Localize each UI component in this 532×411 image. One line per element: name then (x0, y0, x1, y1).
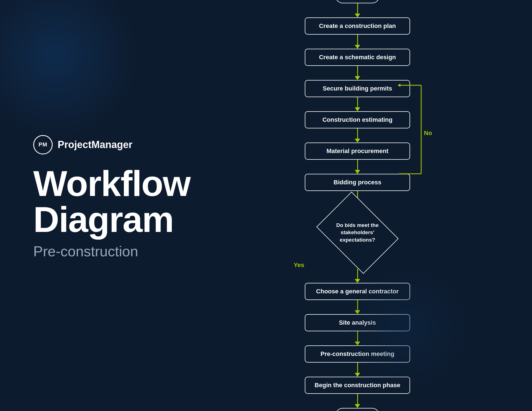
node-step2: Create a schematic design (305, 49, 410, 66)
arrow-6 (355, 160, 360, 174)
arrow-3 (355, 66, 360, 80)
pm-logo: PM (33, 135, 53, 154)
feedback-arrow-svg: No (399, 80, 435, 199)
node-step6: Bidding process (305, 174, 410, 191)
arrow-4 (355, 97, 360, 111)
title-line1: Workflow (33, 163, 190, 204)
label-yes: Yes (294, 262, 304, 269)
arrow-8 (355, 300, 360, 314)
arrow-yes (355, 269, 360, 283)
decision-text: Do bids meet the stakeholders' expectati… (331, 222, 384, 244)
node-step9: Pre-construction meeting (305, 345, 410, 363)
pm-logo-initials: PM (39, 141, 47, 148)
node-step5: Material procurement (305, 143, 410, 160)
brand-name: ProjectManager (58, 139, 132, 151)
svg-text:No: No (424, 130, 432, 136)
page-container: PM ProjectManager Workflow Diagram Pre-c… (0, 0, 532, 411)
arrow-11 (355, 394, 360, 408)
arrow-9 (355, 331, 360, 345)
arrow-5 (355, 128, 360, 143)
brand-row: PM ProjectManager (33, 135, 194, 154)
node-step10: Begin the construction phase (305, 377, 410, 394)
subtitle: Pre-construction (33, 243, 194, 260)
arrow-2 (355, 35, 360, 49)
node-step3: Secure building permits (305, 80, 410, 97)
main-title: Workflow Diagram (33, 166, 194, 237)
arrow-10 (355, 363, 360, 377)
flowchart: Start Create a construction plan Create … (294, 0, 421, 411)
title-line2: Diagram (33, 199, 173, 240)
node-step4: Construction estimating (305, 111, 410, 128)
node-end: End (335, 408, 380, 411)
node-step1: Create a construction plan (305, 17, 410, 35)
right-panel: Start Create a construction plan Create … (194, 0, 532, 411)
node-start: Start (335, 0, 380, 3)
node-step8: Site analysis (305, 314, 410, 331)
arrow-1 (355, 3, 360, 17)
decision-diamond: Do bids meet the stakeholders' expectati… (319, 205, 396, 260)
node-step7: Choose a general contractor (305, 283, 410, 300)
bidding-wrapper: Bidding process No (294, 174, 421, 191)
left-panel: PM ProjectManager Workflow Diagram Pre-c… (0, 0, 194, 411)
